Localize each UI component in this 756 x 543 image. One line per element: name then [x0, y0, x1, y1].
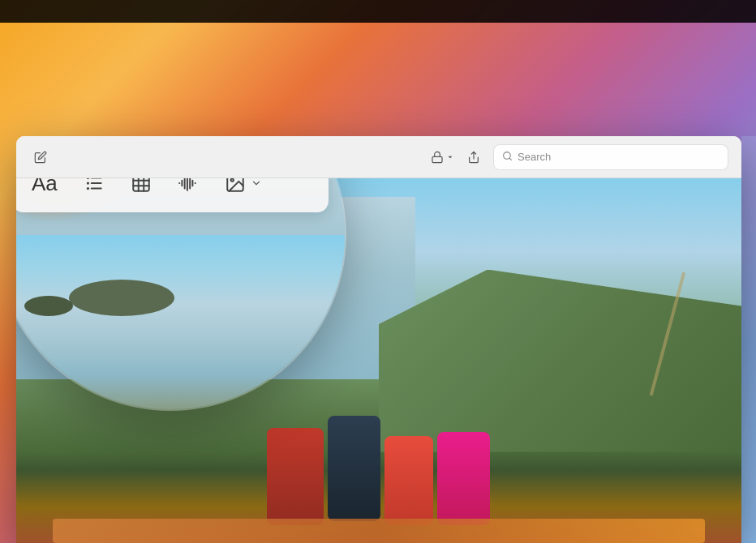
svg-point-4	[87, 178, 89, 179]
person-2	[328, 416, 380, 521]
search-bar[interactable]: Search	[493, 144, 728, 170]
svg-point-6	[87, 182, 89, 184]
magnifier-inner: Aa	[16, 178, 345, 409]
svg-rect-0	[432, 156, 442, 162]
browser-content: Aa	[16, 178, 741, 543]
magnified-toolbar: Aa	[16, 178, 329, 212]
right-sidebar-accent	[741, 136, 756, 543]
browser-window: Search	[16, 136, 741, 543]
edit-button[interactable]	[29, 146, 52, 169]
magnifier-circle: Aa	[16, 178, 345, 409]
text-format-label: Aa	[32, 178, 58, 196]
share-button[interactable]	[462, 146, 485, 169]
image-button[interactable]	[225, 178, 262, 194]
browser-toolbar: Search	[16, 136, 741, 178]
svg-point-8	[87, 187, 89, 190]
blanket	[53, 519, 706, 543]
text-format-button[interactable]: Aa	[32, 178, 58, 196]
search-placeholder-text: Search	[518, 151, 551, 163]
magnifier-island	[69, 280, 174, 316]
person-3	[384, 436, 433, 525]
waveform-button[interactable]	[178, 178, 199, 194]
person-4	[437, 432, 490, 525]
list-button[interactable]	[84, 178, 105, 194]
magnifier-rocks	[24, 296, 73, 316]
svg-point-23	[230, 179, 233, 182]
search-icon	[502, 151, 513, 164]
svg-line-3	[509, 158, 511, 160]
table-button[interactable]	[131, 178, 152, 194]
menu-bar	[0, 0, 756, 23]
magnifier-water	[16, 235, 345, 409]
lock-button[interactable]	[431, 151, 454, 164]
person-1	[267, 428, 324, 525]
